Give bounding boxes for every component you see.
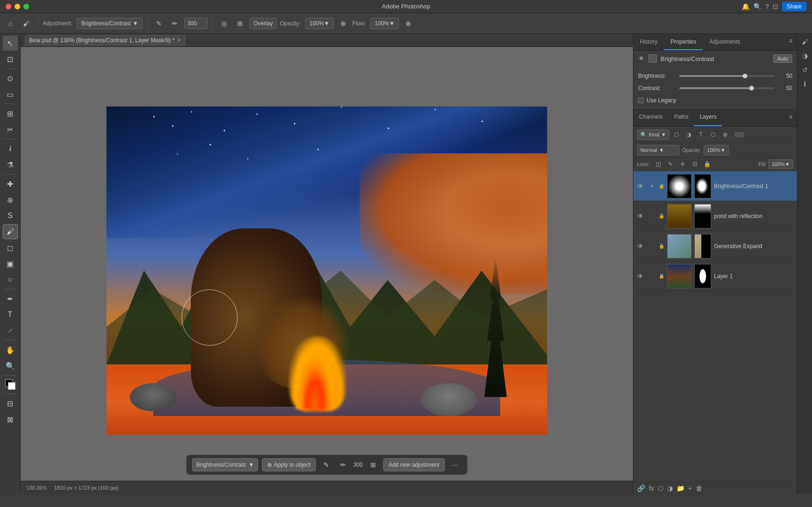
home-button[interactable]: ⌂: [4, 17, 17, 30]
tab-adjustments[interactable]: Adjustments: [703, 34, 747, 50]
layer-styles-icon[interactable]: fx: [649, 484, 654, 492]
pressure-opacity-icon[interactable]: ⊛: [337, 17, 350, 30]
heal-tool[interactable]: ✚: [3, 176, 18, 191]
selection-tool[interactable]: ▭: [3, 87, 18, 102]
crop-tool[interactable]: ⊞: [3, 106, 18, 121]
notifications-icon[interactable]: 🔔: [742, 3, 750, 10]
brush-hardness-icon[interactable]: ✎: [320, 458, 333, 471]
lock-position-icon[interactable]: ✛: [677, 159, 688, 169]
filter-text-icon[interactable]: T: [696, 129, 706, 140]
zoom-tool[interactable]: 🔍: [3, 358, 18, 373]
lock-transparency-icon[interactable]: ◫: [653, 159, 663, 169]
fill-input[interactable]: 100% ▼: [768, 159, 793, 169]
layer-delete-icon[interactable]: 🗑: [696, 484, 702, 492]
layer-visibility-layer1[interactable]: 👁: [637, 272, 645, 280]
slice-tool[interactable]: ✂: [3, 122, 18, 137]
layer-toggle-icon[interactable]: ⊞: [367, 458, 380, 471]
filter-toggle[interactable]: [734, 132, 744, 137]
background-color[interactable]: [8, 382, 15, 390]
eraser-tool[interactable]: ◻: [3, 240, 18, 255]
dodge-tool[interactable]: ○: [3, 272, 18, 287]
layer-visibility-bc[interactable]: 👁: [637, 182, 645, 190]
help-icon[interactable]: ?: [765, 3, 769, 10]
path-tool[interactable]: ⟋: [3, 323, 18, 338]
blend-mode-dropdown[interactable]: Normal ▼: [637, 145, 679, 155]
use-legacy-checkbox[interactable]: [638, 98, 644, 103]
adjustment-dropdown[interactable]: Brightness/Contrast ▼: [77, 18, 142, 29]
filter-pixel-icon[interactable]: ⬡: [671, 129, 682, 140]
layer-item-layer1[interactable]: 👁 🔒 Layer 1: [633, 261, 797, 291]
lock-paint-icon[interactable]: ✎: [665, 159, 676, 169]
stamp-icon[interactable]: ⊞: [233, 17, 247, 30]
color-picker[interactable]: [5, 379, 15, 390]
flow-input[interactable]: 100% ▼: [370, 18, 399, 29]
layer-kind-dropdown[interactable]: 🔍 Kind ▼: [637, 129, 669, 140]
brush-tool-button[interactable]: 🖌: [20, 17, 33, 30]
brush-size-icon[interactable]: ✏: [168, 17, 181, 30]
tab-channels[interactable]: Channels: [633, 110, 669, 126]
auto-button[interactable]: Auto: [773, 54, 792, 63]
document-tab[interactable]: Bear.psd @ 130% (Brightness/Contrast 1, …: [24, 35, 186, 46]
canvas-wrapper[interactable]: Brightness/Contrast ▼ ⊕ Apply to object …: [21, 47, 633, 494]
minimize-button[interactable]: [15, 4, 20, 9]
gradient-tool[interactable]: ▣: [3, 256, 18, 271]
brush-tool[interactable]: 🖌: [3, 224, 18, 239]
layer-item-pond[interactable]: 👁 🔒 pond with reflection: [633, 201, 797, 231]
opacity-input[interactable]: 100% ▼: [305, 18, 334, 29]
patch-tool[interactable]: ⊕: [3, 192, 18, 207]
layer-item-gen[interactable]: 👁 🔒 Generative Expand: [633, 231, 797, 261]
target-icon[interactable]: ◎: [218, 17, 231, 30]
tab-properties[interactable]: Properties: [664, 34, 703, 50]
tab-paths[interactable]: Paths: [669, 110, 694, 126]
layer-new-icon[interactable]: +: [688, 484, 692, 492]
layer-adj-icon[interactable]: ◑: [667, 484, 673, 492]
tab-layers[interactable]: Layers: [694, 110, 722, 126]
strip-brush-icon[interactable]: 🖌: [799, 36, 811, 48]
layer-group-icon[interactable]: 📁: [677, 484, 684, 492]
share-button[interactable]: Share: [782, 2, 806, 11]
search-icon[interactable]: 🔍: [753, 3, 761, 10]
more-options-icon[interactable]: ···: [448, 458, 461, 471]
lock-artboard-icon[interactable]: ⊡: [690, 159, 700, 169]
layer-mask-icon[interactable]: ⬡: [658, 484, 663, 492]
text-tool[interactable]: T: [3, 307, 18, 322]
add-adjustment-button[interactable]: Add new adjustment: [383, 458, 445, 471]
layer-item-brightness[interactable]: 👁 ☀ 🔒 Brightness/Contrast 1: [633, 171, 797, 201]
eyedropper-tool[interactable]: 𝒊: [3, 141, 18, 156]
strip-info-icon[interactable]: ℹ: [799, 78, 811, 90]
eyedropper-icon[interactable]: ✎: [152, 17, 165, 30]
panel-collapse-button[interactable]: ≡: [784, 34, 797, 50]
lock-all-icon[interactable]: 🔒: [702, 159, 712, 169]
layer-visibility-toggle[interactable]: 👁: [638, 55, 645, 62]
layer-visibility-pond[interactable]: 👁: [637, 212, 645, 220]
airbrush-icon[interactable]: ⊗: [402, 17, 415, 30]
close-button[interactable]: [6, 4, 11, 9]
color-sample-tool[interactable]: ⚗: [3, 157, 18, 172]
hand-tool[interactable]: ✋: [3, 342, 18, 357]
filter-smart-icon[interactable]: ⊕: [720, 129, 730, 140]
move-tool[interactable]: ↖: [3, 36, 18, 51]
screen-mode[interactable]: ⊟: [3, 396, 18, 411]
strip-history-icon[interactable]: ↺: [799, 64, 811, 76]
contrast-thumb[interactable]: [749, 86, 754, 91]
apply-to-object-button[interactable]: ⊕ Apply to object: [262, 458, 316, 471]
strip-adjustment-icon[interactable]: ◑: [799, 50, 811, 62]
layers-panel-collapse[interactable]: ≡: [784, 110, 797, 126]
tab-history[interactable]: History: [633, 34, 664, 50]
filter-shape-icon[interactable]: ⬡: [708, 129, 718, 140]
adjustment-type-dropdown[interactable]: Brightness/Contrast ▼: [192, 458, 258, 471]
filter-adj-icon[interactable]: ◑: [684, 129, 694, 140]
layer-link-icon[interactable]: 🔗: [637, 484, 645, 492]
overlay-dropdown[interactable]: Overlay: [249, 18, 277, 29]
brightness-slider[interactable]: [679, 75, 774, 77]
brush-type-icon[interactable]: ✏: [337, 458, 350, 471]
lasso-tool[interactable]: ⊙: [3, 71, 18, 86]
maximize-button[interactable]: [23, 4, 29, 9]
brightness-thumb[interactable]: [743, 74, 747, 78]
window-icon[interactable]: ⊡: [773, 3, 778, 10]
layer-visibility-gen[interactable]: 👁: [637, 242, 645, 250]
contrast-slider[interactable]: [679, 87, 774, 89]
tab-close-button[interactable]: ✕: [177, 38, 181, 43]
view-extras[interactable]: ⊠: [3, 412, 18, 427]
opacity-input[interactable]: 100% ▼: [704, 145, 729, 155]
